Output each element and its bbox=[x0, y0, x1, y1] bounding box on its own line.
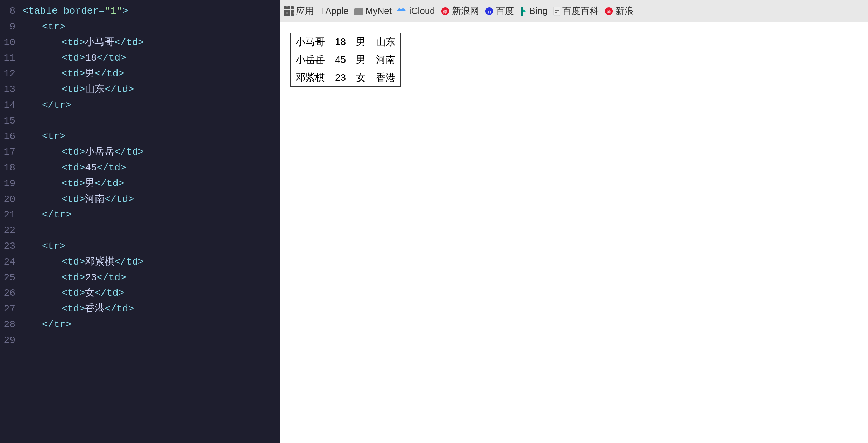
tag-td-8: <td>河南</td> bbox=[62, 194, 134, 205]
tag-tr-close-2: </tr> bbox=[42, 209, 71, 220]
code-line-8: <table border="1"> bbox=[21, 3, 280, 19]
toolbar-weibo[interactable]: 微 新浪网 bbox=[441, 5, 479, 17]
apple-label: Apple bbox=[325, 6, 349, 16]
table-cell: 男 bbox=[351, 33, 371, 51]
svg-text:新: 新 bbox=[607, 9, 611, 14]
code-line-24: <td>邓紫棋</td> bbox=[21, 254, 280, 270]
toolbar-baidu[interactable]: 百 百度 bbox=[485, 5, 514, 17]
code-line-18: <td>45</td> bbox=[21, 160, 280, 176]
svg-text:百: 百 bbox=[487, 9, 491, 14]
tag-td-1: <td>小马哥</td> bbox=[62, 37, 144, 48]
browser-toolbar: 应用  Apple MyNet iCloud 微 新浪网 bbox=[280, 0, 868, 22]
preview-table: 小马哥18男山东小岳岳45男河南邓紫棋23女香港 bbox=[290, 33, 401, 87]
apps-grid-icon bbox=[284, 6, 294, 16]
code-line-19: <td>男</td> bbox=[21, 176, 280, 192]
table-cell: 23 bbox=[330, 69, 351, 87]
line-num-19: 19 bbox=[3, 176, 15, 192]
code-line-25: <td>23</td> bbox=[21, 270, 280, 286]
toolbar-apple[interactable]:  Apple bbox=[320, 6, 349, 17]
baidubaike-label: 百度百科 bbox=[562, 5, 599, 17]
table-cell: 45 bbox=[330, 51, 351, 69]
baidu-label: 百度 bbox=[496, 5, 514, 17]
browser-panel: 应用  Apple MyNet iCloud 微 新浪网 bbox=[280, 0, 868, 443]
browser-content: 小马哥18男山东小岳岳45男河南邓紫棋23女香港 bbox=[280, 22, 868, 443]
code-line-26: <td>女</td> bbox=[21, 286, 280, 301]
line-num-20: 20 bbox=[3, 192, 15, 208]
tag-td-6: <td>45</td> bbox=[62, 162, 126, 173]
tag-tr-open-2: <tr> bbox=[42, 131, 65, 142]
table-row: 小岳岳45男河南 bbox=[291, 51, 401, 69]
line-num-23: 23 bbox=[3, 239, 15, 254]
toolbar-baidubaike[interactable]: 百度百科 bbox=[553, 5, 599, 17]
tag-td-7: <td>男</td> bbox=[62, 178, 124, 189]
code-line-12: <td>男</td> bbox=[21, 66, 280, 82]
code-line-20: <td>河南</td> bbox=[21, 192, 280, 208]
code-line-29 bbox=[21, 333, 280, 349]
editor-content: 8 9 10 11 12 13 14 15 16 17 18 19 20 21 … bbox=[0, 0, 280, 443]
tag-tr-close-3: </tr> bbox=[42, 319, 71, 330]
table-cell: 河南 bbox=[371, 51, 401, 69]
table-cell: 18 bbox=[330, 33, 351, 51]
line-num-9: 9 bbox=[9, 19, 15, 35]
folder-icon bbox=[354, 7, 363, 15]
code-line-27: <td>香港</td> bbox=[21, 301, 280, 317]
svg-marker-5 bbox=[523, 9, 526, 12]
apps-label: 应用 bbox=[296, 5, 314, 17]
table-cell: 邓紫棋 bbox=[291, 69, 330, 87]
tag-tr-close-1: </tr> bbox=[42, 100, 71, 111]
code-line-14: </tr> bbox=[21, 98, 280, 113]
line-num-13: 13 bbox=[3, 82, 15, 98]
code-line-15 bbox=[21, 113, 280, 129]
toolbar-mynet[interactable]: MyNet bbox=[354, 6, 392, 16]
line-num-29: 29 bbox=[3, 333, 15, 349]
baidu-icon: 百 bbox=[485, 7, 494, 16]
table-cell: 女 bbox=[351, 69, 371, 87]
weibo-icon: 微 bbox=[441, 7, 450, 16]
icloud-icon bbox=[397, 8, 407, 15]
code-line-10: <td>小马哥</td> bbox=[21, 35, 280, 51]
weibonews-label: 新浪 bbox=[616, 5, 634, 17]
line-num-10: 10 bbox=[3, 35, 15, 51]
code-line-13: <td>山东</td> bbox=[21, 82, 280, 98]
table-row: 邓紫棋23女香港 bbox=[291, 69, 401, 87]
line-num-21: 21 bbox=[3, 207, 15, 223]
code-line-28: </tr> bbox=[21, 317, 280, 333]
table-cell: 香港 bbox=[371, 69, 401, 87]
line-num-28: 28 bbox=[3, 317, 15, 333]
tag-table: <table border="1"> bbox=[22, 6, 128, 16]
toolbar-weibonews[interactable]: 新 新浪 bbox=[604, 5, 634, 17]
tag-td-10: <td>23</td> bbox=[62, 272, 126, 283]
mynet-label: MyNet bbox=[365, 6, 392, 16]
table-cell: 小岳岳 bbox=[291, 51, 330, 69]
toolbar-apps[interactable]: 应用 bbox=[284, 5, 314, 17]
code-line-22 bbox=[21, 223, 280, 239]
tag-td-9: <td>邓紫棋</td> bbox=[62, 256, 144, 267]
line-num-12: 12 bbox=[3, 66, 15, 82]
code-line-21: </tr> bbox=[21, 207, 280, 223]
line-num-25: 25 bbox=[3, 270, 15, 286]
table-cell: 山东 bbox=[371, 33, 401, 51]
tag-td-3: <td>男</td> bbox=[62, 68, 124, 79]
editor-panel: 8 9 10 11 12 13 14 15 16 17 18 19 20 21 … bbox=[0, 0, 280, 443]
bing-label: Bing bbox=[529, 6, 548, 16]
line-num-18: 18 bbox=[3, 160, 15, 176]
toolbar-bing[interactable]: Bing bbox=[520, 6, 548, 16]
svg-rect-4 bbox=[521, 7, 523, 16]
code-line-9: <tr> bbox=[21, 19, 280, 35]
code-area[interactable]: <table border="1"> <tr> <td>小马哥</td> <td… bbox=[21, 3, 280, 443]
bing-icon bbox=[520, 7, 527, 16]
line-num-11: 11 bbox=[3, 50, 15, 66]
table-row: 小马哥18男山东 bbox=[291, 33, 401, 51]
code-line-23: <tr> bbox=[21, 239, 280, 254]
table-cell: 小马哥 bbox=[291, 33, 330, 51]
tag-td-5: <td>小岳岳</td> bbox=[62, 147, 144, 157]
apple-icon:  bbox=[320, 6, 323, 17]
toolbar-icloud[interactable]: iCloud bbox=[397, 6, 435, 16]
line-num-8: 8 bbox=[9, 3, 15, 19]
tag-tr-open-3: <tr> bbox=[42, 241, 65, 252]
line-num-17: 17 bbox=[3, 145, 15, 160]
line-num-14: 14 bbox=[3, 98, 15, 113]
weibonews-icon: 新 bbox=[604, 7, 613, 16]
line-num-26: 26 bbox=[3, 286, 15, 301]
code-line-17: <td>小岳岳</td> bbox=[21, 145, 280, 160]
